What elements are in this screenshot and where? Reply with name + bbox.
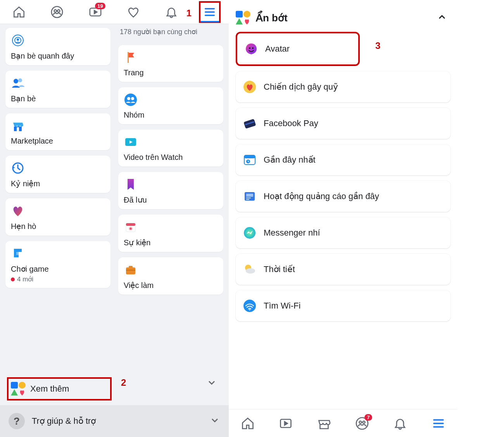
- jobs-icon: [124, 263, 138, 277]
- pay-icon: [243, 116, 257, 130]
- nav-watch[interactable]: 19: [85, 1, 106, 23]
- hamburger-icon: [203, 5, 216, 19]
- nav-marketplace[interactable]: [313, 413, 335, 434]
- nav-notifications[interactable]: [389, 413, 411, 434]
- gaming-icon: [11, 246, 25, 260]
- see-more-label: Xem thêm: [30, 384, 69, 394]
- tile-find-wifi[interactable]: Tìm Wi-Fi: [236, 290, 450, 321]
- svg-rect-16: [128, 52, 129, 63]
- svg-point-41: [246, 268, 255, 274]
- tile-weather[interactable]: Thời tiết: [236, 254, 450, 285]
- tile-avatar[interactable]: Avatar: [236, 32, 360, 66]
- tile-label: Trang: [124, 68, 219, 77]
- tile-pages[interactable]: Trang: [118, 45, 223, 82]
- tile-label: Gần đây nhất: [264, 155, 316, 165]
- watch-icon: [279, 416, 293, 430]
- hide-less-row[interactable]: Ẩn bớt: [229, 0, 457, 32]
- tile-label: Tìm Wi-Fi: [264, 301, 300, 311]
- svg-point-17: [124, 94, 137, 106]
- hamburger-icon: [432, 416, 445, 430]
- tile-fundraiser[interactable]: Chiến dịch gây quỹ: [236, 71, 450, 102]
- svg-rect-26: [126, 270, 135, 271]
- svg-rect-22: [126, 223, 135, 226]
- fundraiser-icon: [243, 80, 257, 94]
- nav-home[interactable]: [237, 413, 259, 434]
- shortcuts-icon: [11, 382, 25, 396]
- nav-home[interactable]: [8, 1, 30, 23]
- empty-gutter: [457, 0, 504, 437]
- tile-facebook-pay[interactable]: Facebook Pay: [236, 108, 450, 139]
- svg-point-1: [54, 10, 57, 12]
- svg-point-46: [359, 421, 362, 423]
- tile-memories[interactable]: Kỷ niệm: [5, 156, 110, 193]
- svg-point-11: [18, 78, 22, 82]
- right-list: Avatar 3 Chiến dịch gây quỹ Facebook Pay…: [229, 32, 457, 409]
- svg-rect-15: [16, 252, 19, 255]
- groups-icon: [50, 5, 64, 19]
- tile-marketplace[interactable]: Marketplace: [5, 113, 110, 150]
- tile-friends[interactable]: Bạn bè: [5, 71, 110, 108]
- chevron-up-icon: [437, 12, 447, 24]
- bell-icon: [393, 416, 407, 430]
- tile-gaming[interactable]: Chơi game 4 mới: [5, 241, 110, 288]
- help-support-row[interactable]: ? Trợ giúp & hỗ trợ: [0, 405, 229, 437]
- dating-icon: [11, 204, 25, 218]
- friends-icon: [11, 76, 25, 90]
- annotation-1: 1: [186, 8, 192, 19]
- tile-label: Marketplace: [11, 137, 106, 146]
- nav-groups[interactable]: [46, 1, 68, 23]
- tile-label: Hoạt động quảng cáo gần đây: [264, 191, 379, 201]
- tile-jobs[interactable]: Việc làm: [118, 257, 223, 295]
- tile-ad-activity[interactable]: Hoạt động quảng cáo gần đây: [236, 181, 450, 212]
- nav-menu[interactable]: [428, 413, 449, 434]
- nav-watch[interactable]: [275, 413, 297, 434]
- svg-point-43: [249, 309, 250, 310]
- recent-icon: [243, 153, 257, 167]
- tile-label: Chiến dịch gây quỹ: [264, 82, 338, 92]
- weather-icon: [243, 262, 257, 276]
- watch-badge: 19: [95, 3, 105, 9]
- tile-watch-video[interactable]: Video trên Watch: [118, 130, 223, 166]
- events-icon: [124, 220, 138, 234]
- svg-point-10: [14, 79, 18, 83]
- tile-label: Video trên Watch: [124, 153, 219, 162]
- flag-icon: [124, 50, 138, 64]
- avatar-icon: [244, 42, 258, 56]
- tile-label: Nhóm: [124, 111, 219, 120]
- tile-nearby-friends[interactable]: Bạn bè quanh đây: [5, 28, 110, 65]
- bell-icon: [165, 5, 178, 19]
- tile-events[interactable]: Sự kiện: [118, 215, 223, 252]
- svg-rect-38: [246, 199, 249, 200]
- svg-point-9: [17, 38, 19, 41]
- tile-recent[interactable]: Gần đây nhất: [236, 144, 450, 175]
- tile-label: Việc làm: [124, 281, 219, 290]
- ads-icon: [243, 189, 257, 203]
- svg-point-2: [58, 10, 60, 12]
- svg-rect-37: [246, 198, 251, 198]
- svg-point-19: [131, 97, 134, 100]
- tile-dating[interactable]: Hẹn hò: [5, 198, 110, 236]
- nav-menu[interactable]: [199, 1, 221, 23]
- svg-rect-36: [246, 194, 253, 197]
- nav-notifications[interactable]: [161, 1, 182, 23]
- chevron-down-icon: [209, 415, 220, 427]
- top-navigation: 19 1: [0, 0, 229, 24]
- nav-groups[interactable]: 7: [351, 413, 373, 434]
- saved-icon: [124, 177, 138, 191]
- tile-label: Kỷ niệm: [11, 179, 106, 188]
- see-more-row[interactable]: Xem thêm: [7, 377, 112, 401]
- tile-label: Đã lưu: [124, 195, 219, 205]
- tile-label: Bạn bè quanh đây: [11, 51, 106, 61]
- left-screenshot: 19 1 Bạn bè quanh đây: [0, 0, 229, 437]
- active-tab-indicator: [200, 21, 219, 22]
- tile-messenger-kids[interactable]: Messenger nhí: [236, 217, 450, 248]
- nav-dating[interactable]: [123, 1, 144, 23]
- gaming-subline: 178 người bạn cùng chơi: [120, 28, 223, 36]
- tile-label: Chơi game: [11, 264, 106, 274]
- tile-subtext: 4 mới: [11, 275, 106, 283]
- help-label: Trợ giúp & hỗ trợ: [32, 416, 96, 426]
- svg-point-18: [127, 97, 130, 100]
- tile-groups[interactable]: Nhóm: [118, 87, 223, 124]
- svg-point-27: [249, 47, 250, 49]
- tile-saved[interactable]: Đã lưu: [118, 172, 223, 209]
